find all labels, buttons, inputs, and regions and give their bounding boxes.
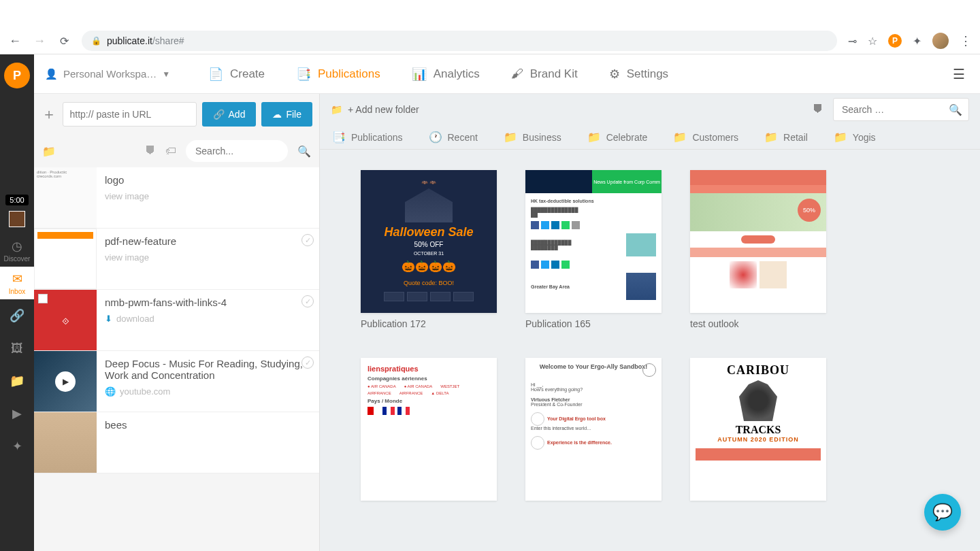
card-thumbnail: lienspratiques Compagnies aériennes ● AI… (361, 358, 497, 501)
chat-fab[interactable]: 💬 (924, 494, 961, 531)
add-button[interactable]: 🔗Add (202, 102, 257, 127)
brandkit-icon: 🖌 (511, 67, 523, 81)
folder-tab-retail[interactable]: 📁Retail (764, 131, 808, 144)
publication-card[interactable]: 50% test outlook (690, 170, 826, 329)
folder-tab-publications[interactable]: 📑Publications (332, 131, 403, 144)
clock-icon: 🕐 (429, 131, 442, 144)
app-logo[interactable]: P (4, 63, 30, 88)
publications-panel: 📁 + Add new folder ⛊ 🔍 📑Publications 🕐Re… (320, 94, 980, 551)
paste-url-input[interactable] (63, 102, 197, 127)
check-icon[interactable]: ✓ (301, 234, 314, 246)
workspace-selector[interactable]: 👤 Personal Workspa… ▼ (41, 68, 184, 80)
rail-files[interactable]: 📁 (0, 365, 34, 397)
chat-bubble-icon: 💬 (932, 503, 953, 522)
key-icon[interactable]: ⊸ (848, 35, 857, 48)
folder-tab-yogis[interactable]: 📁Yogis (834, 131, 876, 144)
add-folder-button[interactable]: 📁 + Add new folder (331, 104, 419, 115)
inbox-search-input[interactable] (186, 140, 288, 162)
gear-icon: ⚙ (609, 67, 620, 82)
globe-icon: 🌐 (105, 386, 116, 397)
nav-create[interactable]: 📄Create (208, 67, 265, 82)
search-icon[interactable]: 🔍 (297, 145, 311, 158)
card-title: Publication 172 (361, 318, 497, 329)
inbox-header: ＋ 🔗Add ☁File (34, 94, 319, 135)
card-title: Publication 165 (525, 318, 662, 329)
publications-grid: 🦇 🦇 Halloween Sale 50% OFF OCTOBER 31 🎃🎃… (320, 150, 980, 551)
chrome-menu-icon[interactable]: ⋮ (960, 33, 972, 48)
extensions-puzzle-icon[interactable]: ✦ (913, 35, 921, 48)
user-icon: 👤 (45, 68, 58, 80)
item-title: Deep Focus - Music For Reading, Studying… (105, 358, 311, 381)
folder-tab-recent[interactable]: 🕐Recent (429, 131, 478, 144)
back-button[interactable]: ← (8, 34, 22, 48)
list-item[interactable]: ▶ Deep Focus - Music For Reading, Studyi… (34, 351, 319, 412)
main-area: ＋ 🔗Add ☁File 📁 ⛊ 🏷 🔍 dition · Producticc… (34, 94, 980, 551)
item-title: bees (105, 419, 311, 431)
rail-discover[interactable]: ◷Discover (0, 234, 34, 267)
publication-card[interactable]: lienspratiques Compagnies aériennes ● AI… (361, 358, 497, 501)
check-icon[interactable]: ✓ (301, 356, 314, 369)
list-item[interactable]: bees (34, 412, 319, 473)
publication-card[interactable]: CARIBOU TRACKS AUTUMN 2020 EDITION (690, 358, 826, 501)
filter-icon[interactable]: ⛊ (145, 145, 156, 157)
folder-tab-business[interactable]: 📁Business (504, 131, 561, 144)
extension-icon[interactable]: P (888, 34, 902, 48)
filter-icon[interactable]: ⛊ (813, 103, 823, 116)
card-thumbnail: News Update from Corp Comm HK tax-deduct… (525, 170, 662, 313)
list-item[interactable]: dition · Producticcrecords.com logo view… (34, 167, 319, 229)
folder-icon: 📁 (504, 131, 517, 144)
folder-tab-customers[interactable]: 📁Customers (673, 131, 738, 144)
folder-icon: 📁 (331, 104, 342, 115)
rail-more[interactable]: ✦ (0, 430, 34, 463)
item-subtitle: view image (105, 191, 311, 201)
list-item[interactable]: ⟐ nmb-pwm-fans-with-links-4 ⬇download ✓ (34, 290, 319, 351)
upload-icon: ☁ (272, 109, 282, 120)
rail-video[interactable]: ▶ (0, 397, 34, 430)
item-title: logo (105, 174, 311, 186)
folder-icon[interactable]: 📁 (42, 145, 56, 158)
nav-analytics[interactable]: 📊Analytics (412, 67, 480, 82)
add-plus-icon[interactable]: ＋ (41, 106, 57, 122)
url-bar[interactable]: 🔒 publicate.it/share# (82, 31, 837, 51)
tag-icon[interactable]: 🏷 (165, 145, 176, 157)
item-thumbnail: ▶ (34, 351, 97, 412)
hamburger-menu-icon[interactable]: ☰ (953, 66, 965, 82)
url-text: publicate.it/share# (107, 35, 184, 46)
file-button[interactable]: ☁File (261, 102, 312, 127)
publication-card[interactable]: 🦇 🦇 Halloween Sale 50% OFF OCTOBER 31 🎃🎃… (361, 170, 497, 329)
publication-card[interactable]: Welcome to Your Ergo-Ally Sandbox! Hi __… (525, 358, 662, 501)
top-nav: 📄Create 📑Publications 📊Analytics 🖌Brand … (208, 67, 668, 82)
search-icon[interactable]: 🔍 (949, 103, 962, 116)
publication-card[interactable]: News Update from Corp Comm HK tax-deduct… (525, 170, 662, 329)
folder-tabs: 📑Publications 🕐Recent 📁Business 📁Celebra… (320, 125, 980, 150)
reload-button[interactable]: ⟳ (57, 34, 71, 48)
create-icon: 📄 (208, 67, 223, 82)
nav-publications[interactable]: 📑Publications (296, 67, 380, 82)
timer-color-swatch (9, 211, 25, 227)
nav-brandkit[interactable]: 🖌Brand Kit (511, 67, 578, 82)
bookmark-star-icon[interactable]: ☆ (868, 35, 877, 48)
inbox-icon: ✉ (12, 271, 22, 286)
check-icon[interactable]: ✓ (301, 295, 314, 307)
card-thumbnail: Welcome to Your Ergo-Ally Sandbox! Hi __… (525, 358, 662, 501)
item-thumbnail: ⟐ (34, 290, 97, 350)
profile-avatar[interactable] (932, 33, 949, 49)
video-icon: ▶ (12, 406, 22, 421)
forward-button[interactable]: → (33, 34, 46, 48)
analytics-icon: 📊 (412, 67, 427, 82)
list-item[interactable]: pdf-new-feature view image ✓ (34, 229, 319, 290)
rail-links[interactable]: 🔗 (0, 299, 34, 332)
rail-inbox[interactable]: ✉Inbox (0, 267, 34, 299)
nav-settings[interactable]: ⚙Settings (609, 67, 668, 82)
browser-chrome: ← → ⟳ 🔒 publicate.it/share# ⊸ ☆ P ✦ ⋮ (0, 0, 980, 54)
item-subtitle: 🌐youtube.com (105, 386, 311, 397)
play-icon: ▶ (55, 371, 76, 392)
left-rail: P 5:00 ◷Discover ✉Inbox 🔗 🖼 📁 ▶ ✦ (0, 54, 34, 551)
item-thumbnail (34, 229, 97, 289)
app-topbar: 👤 Personal Workspa… ▼ 📄Create 📑Publicati… (34, 54, 980, 94)
image-icon: 🖼 (11, 341, 23, 356)
workspace-label: Personal Workspa… (63, 68, 157, 80)
chrome-actions: ⊸ ☆ P ✦ ⋮ (848, 33, 972, 49)
rail-images[interactable]: 🖼 (0, 332, 34, 365)
folder-tab-celebrate[interactable]: 📁Celebrate (587, 131, 648, 144)
